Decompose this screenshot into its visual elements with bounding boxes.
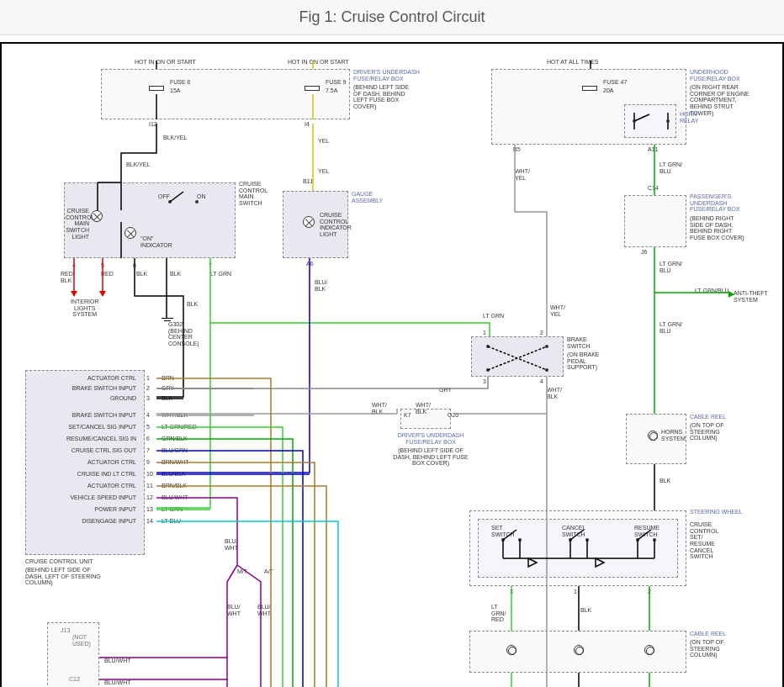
pin-a6: A6: [306, 261, 314, 267]
ccu-pin-6-n: 6: [146, 436, 150, 442]
cable-reel-bottom-title: CABLE REEL: [690, 631, 726, 637]
passenger-underdash-box: [624, 195, 686, 247]
ccu-pin-11-n: 11: [146, 483, 153, 489]
g302-label: G302 (BEHIND CENTER CONSOLE): [168, 321, 199, 347]
cable-reel-top-title: CABLE REEL: [690, 414, 726, 420]
passenger-underdash-title: PASSENGER'S UNDERDASH FUSE/RELAY BOX: [690, 193, 740, 213]
ccu-pin-13-label: POWER INPUT: [27, 506, 136, 513]
fuse-47-name: FUSE 47: [603, 79, 627, 86]
arrow-interior-1: [71, 291, 77, 297]
pin-4: 4: [72, 262, 76, 269]
ccu-pin-5-label: SET/CANCEL SIG INPUT: [27, 424, 136, 431]
wl-at: A/T: [264, 568, 273, 575]
ccu-pin-11-color: BRN/BLK: [162, 483, 187, 489]
hot-label-mid: HOT IN ON OR START: [288, 59, 349, 66]
off-label: OFF: [158, 193, 170, 200]
horn-relay-box: [624, 104, 676, 138]
ccu-pin-4-n: 4: [146, 412, 150, 419]
wl-bluwht3: BLU/WHT: [104, 658, 131, 664]
ccu-note: (BEHIND LEFT SIDE OF DASH, LEFT OF STEER…: [25, 567, 101, 586]
passenger-underdash-note: (BEHIND RIGHT SIDE OF DASH, BEHIND RIGHT…: [690, 215, 744, 241]
fuse-9-name: FUSE 9: [326, 79, 347, 86]
ccu-pin-5-color: LT GRN/RED: [162, 424, 197, 431]
wl-whtblk3: WHT/ BLK: [547, 387, 562, 399]
wl-yel1: YEL: [318, 138, 329, 145]
main-switch-light-label: CRUISE CONTROL MAIN SWITCH LIGHT: [66, 208, 89, 240]
cruise-switch-title: CRUISE CONTROL SET/ RESUME CANCEL SWITCH: [690, 521, 718, 560]
arrow-interior-2: [99, 291, 106, 297]
wl-bluwht2a: BLU/ WHT: [227, 604, 241, 616]
fuse-6-name: FUSE 6: [170, 79, 191, 86]
fuse-47-icon: [582, 86, 597, 91]
on-indicator-label: "ON" INDICATOR: [140, 235, 172, 248]
arrow-antitheft: [728, 291, 734, 298]
ccu-pin-12-n: 12: [146, 494, 153, 501]
cancel-switch-label: CANCEL SWITCH: [562, 525, 585, 537]
ccu-pin-14-n: 14: [146, 518, 153, 525]
fuse-9-icon: [305, 86, 320, 91]
hot-label-left: HOT IN ON OR START: [135, 59, 196, 66]
brake-switch-title: BRAKE SWITCH: [567, 336, 591, 349]
ccu-pin-13-color: LT GRN: [162, 506, 183, 513]
gauge-assembly-title: GAUGE ASSEMBLY: [352, 191, 383, 203]
wl-whtblk2: WHT/ BLK: [416, 402, 431, 415]
hot-label-right: HOT AT ALL TIMES: [547, 59, 598, 66]
cable-reel-top-note: (ON TOP OF STEERING COLUMN): [690, 422, 723, 441]
ccu-pin-1-color: BRN: [162, 375, 174, 382]
pin-6: 6: [133, 262, 136, 269]
brake-switch-note: (ON BRAKE PEDAL SUPPORT): [567, 351, 600, 371]
brake-pin-4: 4: [540, 378, 543, 385]
pin-i12: I12: [149, 121, 157, 128]
wl-blkyel2: BLK/YEL: [126, 161, 150, 168]
ccu-pin-11-label: ACTUATOR CTRL: [27, 483, 136, 489]
wl-ltgrnblu3: LT GRN/BLU: [695, 288, 729, 294]
cable-reel-coil-2: [574, 645, 584, 655]
ccu-pin-14-color: LT BLU: [162, 518, 181, 525]
wl-yel2: YEL: [318, 168, 329, 175]
ccu-pin-10-label: CRUISE IND LT CTRL: [27, 471, 136, 478]
wl-blk2: BLK: [170, 271, 181, 277]
drivers-underdash2-note: (BEHIND LEFT SIDE OF DASH, BEHIND LEFT F…: [389, 447, 473, 467]
wl-ltgrnblu1: LT GRN/ BLU: [660, 161, 682, 174]
wl-blk1: BLK: [136, 271, 147, 277]
underhood-title: UNDERHOOD FUSE/RELAY BOX: [690, 69, 740, 82]
underhood-note: (ON RIGHT REAR CORNER OF ENGINE COMPARTM…: [690, 84, 750, 116]
brake-pin-1: 1: [483, 330, 486, 336]
ccu-pin-9-label: ACTUATOR CTRL: [27, 459, 136, 466]
ccu-pin-14-label: DISENGAGE INPUT: [27, 518, 136, 525]
wl-blublk: BLU/ BLK: [315, 279, 328, 292]
antitheft-label: ANTI-THEFT SYSTEM: [734, 290, 768, 303]
ccu-pin-5-n: 5: [146, 424, 150, 431]
pin-7: 7: [209, 262, 212, 269]
pin-b11: B11: [303, 178, 313, 185]
diagram-title: Fig 1: Cruise Control Circuit: [0, 0, 784, 35]
sw-pin-1: 1: [574, 589, 577, 595]
wl-ltgrnblu2: LT GRN/ BLU: [660, 261, 682, 273]
ccu-pin-10-color: BLU/BLK: [162, 471, 186, 478]
cable-reel-bottom-note: (ON TOP OF STEERING COLUMN): [690, 639, 723, 658]
brake-pin-3: 3: [483, 378, 486, 385]
ccu-pin-10-n: 10: [146, 471, 153, 478]
horns-label: HORNS SYSTEM: [661, 429, 686, 441]
wl-whtyel2: WHT/ YEL: [550, 304, 565, 317]
fuse-9-rating: 7.5A: [326, 87, 337, 94]
set-switch-label: SET SWITCH: [491, 525, 515, 537]
wl-bluwht4: BLU/WHT: [104, 679, 131, 686]
ccu-pin-2-label: BRAKE SWITCH INPUT: [27, 385, 136, 392]
wl-mt: M/T: [237, 568, 247, 575]
pin-o20: O20: [448, 412, 458, 419]
steering-wheel-title: STEERING WHEEL: [690, 509, 743, 515]
ccu-pin-9-n: 9: [146, 459, 150, 466]
fuse-6-icon: [149, 86, 164, 91]
ccu-pin-6-label: RESUME/CANCEL SIG IN: [27, 436, 136, 442]
interior-lights-label: INTERIOR LIGHTS SYSTEM: [71, 299, 98, 318]
wl-redblk: RED/ BLK: [61, 271, 75, 283]
cruise-main-switch-title: CRUISE CONTROL MAIN SWITCH: [239, 181, 268, 207]
wl-ltgrn2: LT GRN: [483, 313, 504, 320]
pin-c14: C14: [648, 185, 659, 192]
on-label: ON: [197, 193, 206, 200]
pin-5: 5: [101, 262, 104, 269]
brake-switch-box: [471, 336, 564, 377]
wl-whtyel1: WHT/ YEL: [515, 168, 530, 181]
ccu-pin-1-label: ACTUATOR CTRL: [27, 375, 136, 382]
